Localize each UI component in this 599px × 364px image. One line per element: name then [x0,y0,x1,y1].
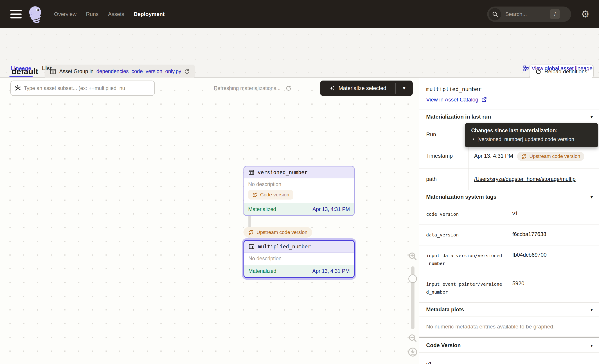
zoom-slider-handle[interactable] [408,275,417,283]
asset-node-versioned-number[interactable]: versioned_number No description Code ver… [244,166,355,216]
tab-lineage[interactable]: Lineage [11,59,31,77]
table-grid-icon [248,169,255,175]
chevron-down-icon: ▾ [590,114,593,120]
download-graph-icon[interactable] [407,347,418,357]
materialized-status: Materialized [248,206,276,212]
nav-assets[interactable]: Assets [108,11,124,17]
asset-lineage-canvas[interactable]: Refreshing materializations... Materiali… [0,78,419,364]
changes-tooltip: Changes since last materialization: • [v… [465,123,598,147]
section-code-version[interactable]: Code Version▾ [419,338,599,353]
table-row: data_version f6ccba177638 [419,225,599,245]
table-row: input_event_pointer/versioned_number 592… [419,274,599,303]
tooltip-item: [versioned_number] updated code version [477,136,574,142]
tag-key: code_version [419,204,507,225]
table-grid-icon [248,243,255,250]
asset-group-file-link[interactable]: dependencies_code_version_only.py [97,68,181,74]
table-row: code_version v1 [419,204,599,225]
tag-value: f6ccba177638 [507,225,599,245]
page-header: default Asset Group in dependencies_code… [0,28,599,78]
search-icon [489,8,501,20]
asset-graph-icon [14,85,21,92]
sync-alert-icon [252,192,258,198]
code-version-value: v1 [419,353,599,364]
asset-node-title: versioned_number [258,169,308,175]
asset-node-multiplied-number[interactable]: multiplied_number No description Materia… [244,240,355,278]
refresh-icon[interactable] [184,69,190,74]
table-row: path /Users/sryza/dagster_home/storage/m… [419,168,599,190]
refresh-icon[interactable] [286,85,292,91]
tab-list[interactable]: List [42,59,52,77]
metadata-plots-empty-message: No numeric metadata entries available to… [419,317,599,337]
asset-subset-input[interactable] [24,85,151,91]
hamburger-menu-icon[interactable] [10,10,22,18]
lineage-graph-icon [523,65,529,71]
section-divider [419,337,599,338]
asset-details-panel: multiplied_number View in Asset Catalog … [419,78,599,364]
section-materialization-last-run[interactable]: Materialization in last run▾ [419,110,599,124]
nav-runs[interactable]: Runs [86,11,98,17]
tag-value: v1 [507,204,599,225]
graph-zoom-controls [406,247,419,357]
sync-alert-icon [248,229,254,235]
tooltip-title: Changes since last materialization: [471,128,592,134]
chevron-down-icon: ▾ [590,307,593,312]
asset-node-description: No description [244,178,354,188]
zoom-out-icon[interactable] [408,333,417,343]
search-shortcut-badge: / [550,9,560,19]
asset-node-title: multiplied_number [258,244,311,250]
materialize-selected-button[interactable]: Materialize selected ▼ [320,80,413,96]
top-navigation-bar: Overview Runs Assets Deployment / ⚙ [0,0,599,28]
section-materialization-system-tags[interactable]: Materialization system tags▾ [419,190,599,204]
run-label: Run [419,124,468,145]
chevron-down-icon: ▾ [590,194,593,199]
dagster-logo[interactable] [26,5,44,24]
upstream-code-version-chip[interactable]: Upstream code version [517,152,584,161]
materialized-status: Materialized [248,268,276,274]
materialization-time[interactable]: Apr 13, 4:31 PM [313,206,350,212]
asset-group-prefix: Asset Group in [59,68,93,74]
primary-nav: Overview Runs Assets Deployment [54,11,165,17]
path-label: path [419,168,468,190]
nav-overview[interactable]: Overview [54,11,77,17]
tag-key: input_data_version/versioned_number [419,245,507,274]
view-in-asset-catalog-link[interactable]: View in Asset Catalog [426,96,599,103]
sync-alert-icon [521,154,527,159]
refresh-status: Refreshing materializations... [214,80,292,96]
table-row: Timestamp Apr 13, 4:31 PM Upstream code … [419,145,599,168]
nav-deployment[interactable]: Deployment [134,11,165,17]
tag-value: 5920 [507,274,599,302]
timestamp-value: Apr 13, 4:31 PM [474,153,513,159]
tag-value: fb04dcb69700 [507,245,599,274]
bullet: • [473,136,474,142]
chevron-down-icon: ▾ [590,343,593,348]
global-search[interactable]: / [487,7,571,22]
tag-key: data_version [419,225,507,245]
zoom-in-icon[interactable] [408,251,417,261]
selected-asset-name: multiplied_number [426,86,599,93]
tag-key: input_event_pointer/versioned_number [419,274,507,302]
timestamp-label: Timestamp [419,145,468,168]
zoom-slider[interactable] [411,266,414,329]
sparkles-icon [329,85,335,91]
table-row: input_data_version/versioned_number fb04… [419,245,599,274]
materialization-time[interactable]: Apr 13, 4:31 PM [312,268,350,274]
asset-group-chip: Asset Group in dependencies_code_version… [44,65,195,78]
path-link[interactable]: /Users/sryza/dagster_home/storage/multip [474,176,576,182]
settings-gear-icon[interactable]: ⚙ [581,9,590,19]
external-link-icon [481,97,487,103]
view-global-asset-lineage-link[interactable]: View global asset lineage [523,65,592,71]
asset-subset-filter[interactable] [10,80,155,96]
materialize-dropdown-caret[interactable]: ▼ [396,86,413,91]
section-metadata-plots[interactable]: Metadata plots▾ [419,303,599,317]
view-tabs: Lineage List [11,59,52,77]
upstream-code-version-tag[interactable]: Upstream code version [244,227,312,238]
code-version-chip[interactable]: Code version [248,190,293,199]
search-input[interactable] [505,11,550,17]
asset-node-description: No description [244,253,354,265]
